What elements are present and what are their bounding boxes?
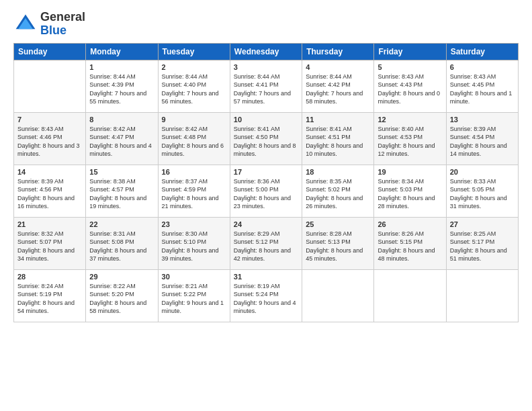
day-number: 6 [450, 63, 515, 71]
day-number: 27 [450, 220, 515, 228]
day-number: 9 [162, 116, 226, 124]
cell-info: Sunrise: 8:41 AMSunset: 4:50 PMDaylight:… [234, 126, 296, 158]
cell-info: Sunrise: 8:28 AMSunset: 5:13 PMDaylight:… [306, 230, 363, 263]
calendar-cell: 21Sunrise: 8:32 AMSunset: 5:07 PMDayligh… [14, 217, 86, 269]
day-number: 23 [162, 220, 226, 228]
day-number: 7 [17, 116, 82, 124]
calendar-cell: 13Sunrise: 8:39 AMSunset: 4:54 PMDayligh… [446, 112, 518, 165]
calendar-cell: 16Sunrise: 8:37 AMSunset: 4:59 PMDayligh… [158, 165, 230, 217]
calendar-cell: 23Sunrise: 8:30 AMSunset: 5:10 PMDayligh… [158, 217, 230, 269]
day-number: 8 [89, 116, 154, 124]
cell-info: Sunrise: 8:24 AMSunset: 5:19 PMDaylight:… [17, 283, 75, 315]
calendar-cell: 11Sunrise: 8:41 AMSunset: 4:51 PMDayligh… [302, 112, 374, 165]
cell-info: Sunrise: 8:26 AMSunset: 5:15 PMDaylight:… [378, 230, 435, 263]
day-number: 13 [450, 116, 515, 124]
calendar-cell: 19Sunrise: 8:34 AMSunset: 5:03 PMDayligh… [374, 165, 446, 217]
day-number: 24 [234, 220, 298, 228]
cell-info: Sunrise: 8:21 AMSunset: 5:22 PMDaylight:… [162, 283, 224, 315]
calendar-cell: 14Sunrise: 8:39 AMSunset: 4:56 PMDayligh… [14, 165, 86, 217]
calendar-week-4: 21Sunrise: 8:32 AMSunset: 5:07 PMDayligh… [14, 217, 519, 269]
day-number: 4 [306, 63, 370, 71]
calendar-cell [302, 269, 374, 322]
calendar-cell: 27Sunrise: 8:25 AMSunset: 5:17 PMDayligh… [446, 217, 518, 269]
cell-info: Sunrise: 8:42 AMSunset: 4:48 PMDaylight:… [162, 126, 224, 158]
day-number: 5 [378, 63, 442, 71]
header-day-friday: Friday [374, 43, 446, 60]
logo: General Blue [13, 11, 85, 38]
day-number: 26 [378, 220, 442, 228]
cell-info: Sunrise: 8:36 AMSunset: 5:00 PMDaylight:… [234, 178, 291, 210]
cell-info: Sunrise: 8:37 AMSunset: 4:59 PMDaylight:… [162, 178, 219, 210]
day-number: 19 [378, 168, 442, 176]
day-number: 31 [234, 273, 298, 281]
day-number: 2 [162, 63, 226, 71]
cell-info: Sunrise: 8:19 AMSunset: 5:24 PMDaylight:… [234, 283, 296, 315]
header-day-thursday: Thursday [302, 43, 374, 60]
day-number: 30 [162, 273, 226, 281]
cell-info: Sunrise: 8:44 AMSunset: 4:39 PMDaylight:… [89, 73, 146, 105]
calendar-table: SundayMondayTuesdayWednesdayThursdayFrid… [13, 43, 519, 322]
cell-info: Sunrise: 8:39 AMSunset: 4:56 PMDaylight:… [17, 178, 75, 210]
cell-info: Sunrise: 8:44 AMSunset: 4:40 PMDaylight:… [162, 73, 219, 105]
cell-info: Sunrise: 8:44 AMSunset: 4:42 PMDaylight:… [306, 73, 363, 105]
cell-info: Sunrise: 8:29 AMSunset: 5:12 PMDaylight:… [234, 230, 291, 263]
calendar-cell: 30Sunrise: 8:21 AMSunset: 5:22 PMDayligh… [158, 269, 230, 322]
header-day-sunday: Sunday [14, 43, 86, 60]
cell-info: Sunrise: 8:42 AMSunset: 4:47 PMDaylight:… [89, 126, 152, 158]
calendar-cell: 4Sunrise: 8:44 AMSunset: 4:42 PMDaylight… [302, 60, 374, 112]
calendar-cell: 28Sunrise: 8:24 AMSunset: 5:19 PMDayligh… [14, 269, 86, 322]
day-number: 20 [450, 168, 515, 176]
calendar-cell: 2Sunrise: 8:44 AMSunset: 4:40 PMDaylight… [158, 60, 230, 112]
calendar-week-5: 28Sunrise: 8:24 AMSunset: 5:19 PMDayligh… [14, 269, 519, 322]
calendar-cell: 3Sunrise: 8:44 AMSunset: 4:41 PMDaylight… [230, 60, 302, 112]
calendar-cell: 12Sunrise: 8:40 AMSunset: 4:53 PMDayligh… [374, 112, 446, 165]
calendar-cell: 17Sunrise: 8:36 AMSunset: 5:00 PMDayligh… [230, 165, 302, 217]
cell-info: Sunrise: 8:34 AMSunset: 5:03 PMDaylight:… [378, 178, 435, 210]
calendar-cell: 25Sunrise: 8:28 AMSunset: 5:13 PMDayligh… [302, 217, 374, 269]
logo-icon [13, 12, 38, 36]
cell-info: Sunrise: 8:39 AMSunset: 4:54 PMDaylight:… [450, 126, 507, 158]
day-number: 1 [89, 63, 154, 71]
calendar-cell: 5Sunrise: 8:43 AMSunset: 4:43 PMDaylight… [374, 60, 446, 112]
day-number: 12 [378, 116, 442, 124]
day-number: 29 [89, 273, 154, 281]
calendar-cell: 29Sunrise: 8:22 AMSunset: 5:20 PMDayligh… [86, 269, 158, 322]
day-number: 21 [17, 220, 82, 228]
day-number: 10 [234, 116, 298, 124]
day-number: 11 [306, 116, 370, 124]
calendar-cell: 22Sunrise: 8:31 AMSunset: 5:08 PMDayligh… [86, 217, 158, 269]
calendar-cell [374, 269, 446, 322]
cell-info: Sunrise: 8:35 AMSunset: 5:02 PMDaylight:… [306, 178, 363, 210]
cell-info: Sunrise: 8:44 AMSunset: 4:41 PMDaylight:… [234, 73, 291, 105]
cell-info: Sunrise: 8:43 AMSunset: 4:46 PMDaylight:… [17, 126, 80, 158]
cell-info: Sunrise: 8:38 AMSunset: 4:57 PMDaylight:… [89, 178, 146, 210]
day-number: 14 [17, 168, 82, 176]
calendar-cell: 20Sunrise: 8:33 AMSunset: 5:05 PMDayligh… [446, 165, 518, 217]
calendar-cell: 15Sunrise: 8:38 AMSunset: 4:57 PMDayligh… [86, 165, 158, 217]
calendar-cell: 18Sunrise: 8:35 AMSunset: 5:02 PMDayligh… [302, 165, 374, 217]
day-number: 16 [162, 168, 226, 176]
calendar-cell [446, 269, 518, 322]
day-number: 3 [234, 63, 298, 71]
calendar-header-row: SundayMondayTuesdayWednesdayThursdayFrid… [14, 43, 519, 60]
calendar-cell: 10Sunrise: 8:41 AMSunset: 4:50 PMDayligh… [230, 112, 302, 165]
header-day-saturday: Saturday [446, 43, 518, 60]
day-number: 17 [234, 168, 298, 176]
cell-info: Sunrise: 8:41 AMSunset: 4:51 PMDaylight:… [306, 126, 363, 158]
day-number: 22 [89, 220, 154, 228]
day-number: 28 [17, 273, 82, 281]
header-day-monday: Monday [86, 43, 158, 60]
calendar-cell: 24Sunrise: 8:29 AMSunset: 5:12 PMDayligh… [230, 217, 302, 269]
header: General Blue [13, 11, 519, 38]
cell-info: Sunrise: 8:22 AMSunset: 5:20 PMDaylight:… [89, 283, 146, 315]
cell-info: Sunrise: 8:25 AMSunset: 5:17 PMDaylight:… [450, 230, 507, 263]
page: General Blue SundayMondayTuesdayWednesda… [0, 0, 532, 329]
cell-info: Sunrise: 8:40 AMSunset: 4:53 PMDaylight:… [378, 126, 435, 158]
calendar-cell [14, 60, 86, 112]
calendar-cell: 31Sunrise: 8:19 AMSunset: 5:24 PMDayligh… [230, 269, 302, 322]
cell-info: Sunrise: 8:30 AMSunset: 5:10 PMDaylight:… [162, 230, 219, 263]
calendar-cell: 1Sunrise: 8:44 AMSunset: 4:39 PMDaylight… [86, 60, 158, 112]
cell-info: Sunrise: 8:43 AMSunset: 4:45 PMDaylight:… [450, 73, 513, 105]
cell-info: Sunrise: 8:33 AMSunset: 5:05 PMDaylight:… [450, 178, 507, 210]
calendar-cell: 7Sunrise: 8:43 AMSunset: 4:46 PMDaylight… [14, 112, 86, 165]
